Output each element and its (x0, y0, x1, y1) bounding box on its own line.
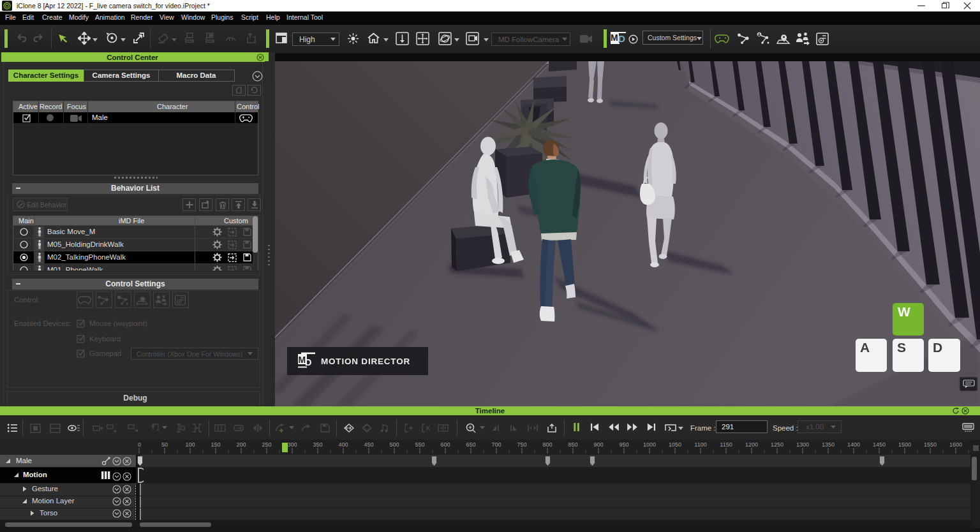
svg-text:1100: 1100 (694, 441, 706, 448)
svg-text:450: 450 (364, 441, 373, 448)
svg-text:50: 50 (161, 441, 168, 448)
svg-text:1050: 1050 (669, 441, 681, 448)
svg-text:A: A (758, 33, 761, 37)
svg-text:600: 600 (440, 441, 450, 448)
svg-text:250: 250 (262, 441, 271, 448)
svg-text:S: S (897, 340, 906, 355)
svg-text:950: 950 (619, 441, 628, 448)
svg-text:400: 400 (338, 441, 348, 448)
svg-text:800: 800 (542, 441, 552, 448)
svg-text:1600: 1600 (949, 441, 962, 448)
svg-text:700: 700 (491, 441, 501, 448)
svg-text:300: 300 (287, 441, 297, 448)
svg-text:850: 850 (568, 441, 577, 448)
svg-text:350: 350 (313, 441, 322, 448)
svg-text:1400: 1400 (847, 441, 860, 448)
svg-text:100: 100 (185, 441, 195, 448)
svg-text:1250: 1250 (771, 441, 783, 448)
svg-text:MOTION DIRECTOR: MOTION DIRECTOR (321, 357, 410, 366)
svg-text:200: 200 (236, 441, 246, 448)
svg-text:D: D (305, 357, 311, 367)
svg-text:0: 0 (138, 441, 141, 448)
svg-text:550: 550 (415, 441, 424, 448)
svg-text:500: 500 (389, 441, 399, 448)
svg-text:750: 750 (517, 441, 526, 448)
svg-text:900: 900 (593, 441, 603, 448)
svg-text:W: W (898, 304, 910, 319)
svg-text:650: 650 (466, 441, 475, 448)
svg-text:D: D (933, 340, 942, 355)
svg-text:A: A (860, 340, 870, 355)
svg-text:150: 150 (211, 441, 220, 448)
svg-text:1450: 1450 (873, 441, 886, 448)
svg-text:1000: 1000 (643, 441, 656, 448)
svg-text:1500: 1500 (898, 441, 911, 448)
svg-text:1550: 1550 (924, 441, 937, 448)
svg-text:1150: 1150 (720, 441, 732, 448)
svg-text:1350: 1350 (822, 441, 835, 448)
svg-text:1300: 1300 (796, 441, 809, 448)
svg-text:1200: 1200 (745, 441, 758, 448)
